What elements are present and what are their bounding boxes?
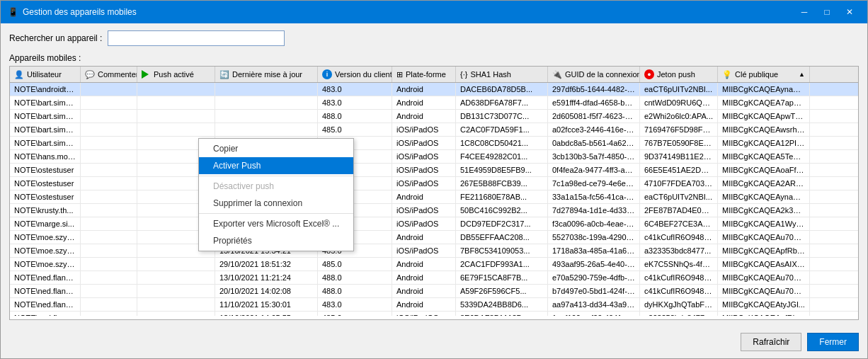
cell-guid: b7d497e0-5bd1-424f-98... — [548, 285, 640, 297]
cell-push — [137, 298, 215, 311]
cell-lastupdate: 15/10/2021 13:12:18 — [215, 204, 318, 217]
cell-version: 485.0 — [318, 312, 392, 316]
cell-jeton: c41kCufIR6O948n... — [640, 231, 718, 244]
cell-guid: 493aaf95-26a5-4e40-a2... — [548, 258, 640, 270]
table-row[interactable]: NOTE\ned.fland...11/10/2021 15:30:01483.… — [10, 298, 858, 312]
table-row[interactable]: NOTE\ostestuser478.0iOS/iPadOS267E5B88FC… — [10, 177, 858, 190]
cell-sha1: 6E79F15CA8F7B... — [456, 271, 548, 284]
cell-sha1: 8E6DAF8B1113D... — [456, 312, 548, 316]
cell-lastupdate: 20/10/2021 14:02:08 — [215, 285, 318, 297]
cell-comment — [81, 204, 137, 217]
col-header-jeton[interactable]: ● Jeton push — [640, 67, 718, 82]
cell-lastupdate — [215, 164, 318, 176]
table-row[interactable]: NOTE\moe.szyslak13/10/2021 15:34:21485.0… — [10, 244, 858, 258]
cell-user: NOTE\moe.szyslak — [10, 244, 81, 257]
close-button[interactable]: Fermer — [807, 333, 859, 351]
col-header-user[interactable]: 👤 Utilisateur — [10, 67, 81, 82]
sort-icon: ▲ — [799, 71, 805, 78]
cell-jeton: 7169476F5D98FF... — [640, 123, 718, 136]
cell-push — [137, 271, 215, 284]
cell-user: NOTE\ned.fland... — [10, 271, 81, 284]
devices-table: 👤 Utilisateur 💬 Commenter Push activé 🔄 … — [9, 66, 859, 320]
cell-comment — [81, 110, 137, 122]
table-row[interactable]: NOTE\moe.szyslak20/10/2021 13:58:45485.0… — [10, 231, 858, 244]
cell-platform: iOS/iPadOS — [392, 164, 456, 176]
minimize-button[interactable]: ─ — [794, 5, 815, 19]
push-triangle-icon — [142, 70, 149, 79]
cell-comment — [81, 285, 137, 297]
col-header-comment[interactable]: 💬 Commenter — [81, 67, 137, 82]
cell-guid: 33a1a15a-fc56-41ca-92... — [548, 190, 640, 203]
col-header-lastupdate[interactable]: 🔄 Dernière mise à jour — [215, 67, 318, 82]
cell-jeton: eaCT6pUITv2NBI... — [640, 83, 718, 96]
cell-user: NOTE\ostestuser — [10, 190, 81, 203]
search-input[interactable] — [108, 30, 285, 46]
cell-comment — [81, 137, 137, 149]
cell-sha1: DACEB6DA78D5B... — [456, 83, 548, 96]
cell-guid: f3ca0096-a0cb-4eae-97... — [548, 217, 640, 230]
col-header-push[interactable]: Push activé — [137, 67, 215, 82]
table-row[interactable]: NOTE\marge.si...07/10/2021 15:14:49485.0… — [10, 217, 858, 231]
cell-clePublique: MIIBCgKCAQEA7apFf... — [718, 96, 810, 109]
cell-user: NOTE\moe.szyslak — [10, 231, 81, 244]
col-header-sha1[interactable]: {·} SHA1 Hash — [456, 67, 548, 82]
table-row[interactable]: NOTE\bart.simp...483.0AndroidAD638DF6A78… — [10, 96, 858, 110]
close-window-button[interactable]: ✕ — [839, 5, 860, 19]
cell-lastupdate — [215, 83, 318, 96]
grid-icon: ⊞ — [396, 70, 403, 79]
cell-platform: iOS/iPadOS — [392, 177, 456, 190]
cell-comment — [81, 150, 137, 163]
cell-push — [137, 96, 215, 109]
cell-user: NOTE\krusty.th... — [10, 204, 81, 217]
table-row[interactable]: NOTE\ned.fland...13/10/2021 14:05:55485.… — [10, 312, 858, 316]
table-header: 👤 Utilisateur 💬 Commenter Push activé 🔄 … — [10, 67, 858, 83]
plug-icon: 🔌 — [552, 70, 562, 79]
cell-platform: iOS/iPadOS — [392, 312, 456, 316]
col-header-guid[interactable]: 🔌 GUID de la connexion — [548, 67, 640, 82]
col-header-version[interactable]: i Version du client — [318, 67, 392, 82]
cell-lastupdate — [215, 137, 318, 149]
table-row[interactable]: NOTE\ostestuser483.0AndroidFE211680E78AB… — [10, 190, 858, 204]
cell-lastupdate: 07/10/2021 15:14:49 — [215, 217, 318, 230]
refresh-button[interactable]: Rafraîchir — [741, 333, 801, 351]
cell-sha1: 7BF8C534109053... — [456, 244, 548, 257]
cell-jeton: 4710F7FDEA7036... — [640, 177, 718, 190]
cell-jeton: 6C4BEF27CE3A5D... — [640, 217, 718, 230]
table-row[interactable]: NOTE\hans.mol...482.0iOS/iPadOSF4CEE4928… — [10, 150, 858, 164]
cell-comment — [81, 123, 137, 136]
cell-platform: Android — [392, 83, 456, 96]
table-row[interactable]: NOTE\bart.simp...485.0iOS/iPadOS1C8C08CD… — [10, 137, 858, 150]
table-row[interactable]: NOTE\krusty.th...15/10/2021 13:12:18485.… — [10, 204, 858, 217]
cell-sha1: AD638DF6A78F7... — [456, 96, 548, 109]
cell-clePublique: MIIBCgKCAQEAu709u... — [718, 271, 810, 284]
table-row[interactable]: NOTE\ostestuser476.0iOS/iPadOS51E4959D8E… — [10, 164, 858, 177]
maximize-button[interactable]: □ — [816, 5, 838, 19]
cell-comment — [81, 190, 137, 203]
cell-clePublique: MIIBCgKCAQEAynaLJb... — [718, 190, 810, 203]
table-row[interactable]: NOTE\moe.szyslak29/10/2021 18:51:32485.0… — [10, 258, 858, 271]
table-row[interactable]: NOTE\ned.fland...13/10/2021 11:21:24488.… — [10, 271, 858, 285]
table-row[interactable]: NOTE\bart.simp...488.0AndroidDB131C73D07… — [10, 110, 858, 123]
table-row[interactable]: NOTE\androidte...483.0AndroidDACEB6DA78D… — [10, 83, 858, 96]
col-header-cle-publique[interactable]: 💡 Clé publique ▲ — [718, 67, 810, 82]
cell-platform: iOS/iPadOS — [392, 217, 456, 230]
cell-jeton: 9D374149B11E26... — [640, 150, 718, 163]
cell-platform: iOS/iPadOS — [392, 204, 456, 217]
table-row[interactable]: NOTE\bart.simp...485.0iOS/iPadOSC2AC0F7D… — [10, 123, 858, 137]
cell-version: 485.0 — [318, 231, 392, 244]
cell-clePublique: MIIBCgKCAQEA2ARM7... — [718, 177, 810, 190]
cell-user: NOTE\ostestuser — [10, 177, 81, 190]
table-row[interactable]: NOTE\ned.fland...20/10/2021 14:02:08488.… — [10, 285, 858, 298]
cell-guid: a02fcce3-2446-416e-a2... — [548, 123, 640, 136]
cell-version: 488.0 — [318, 271, 392, 284]
title-bar-left: 📱 Gestion des appareils mobiles — [8, 7, 137, 17]
cell-push — [137, 150, 215, 163]
cell-push — [137, 137, 215, 149]
red-dot-icon: ● — [644, 69, 654, 79]
cell-clePublique: MIIBCgKCAQEA5Teqyl... — [718, 150, 810, 163]
cell-version: 485.0 — [318, 123, 392, 136]
cell-comment — [81, 83, 137, 96]
info-icon: i — [322, 69, 332, 79]
col-header-platform[interactable]: ⊞ Plate-forme — [392, 67, 456, 82]
cell-version: 483.0 — [318, 96, 392, 109]
